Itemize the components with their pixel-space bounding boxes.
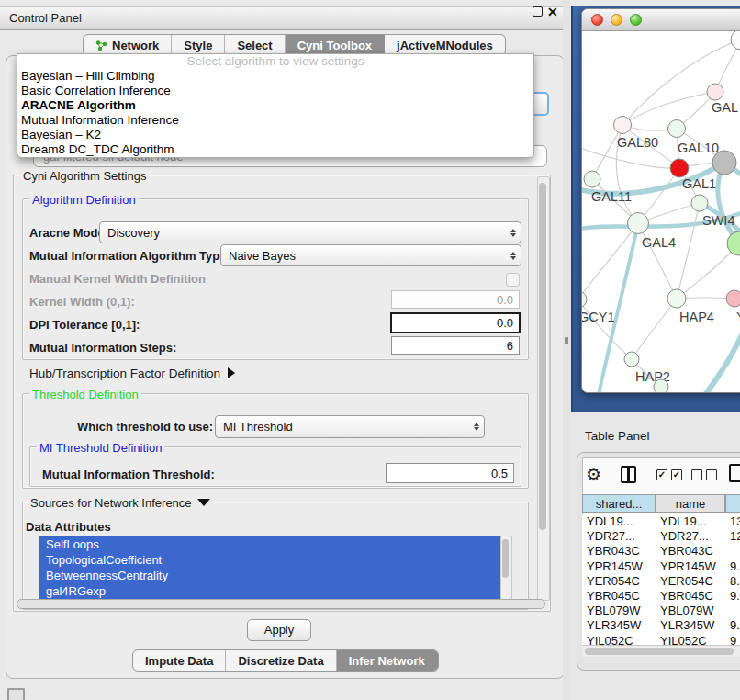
chevron-right-icon [228, 367, 235, 378]
table-row[interactable]: YBR043CYBR043C [582, 543, 740, 558]
network-node[interactable] [712, 151, 736, 175]
column-header-shared[interactable]: shared... [582, 494, 656, 513]
gear-icon[interactable]: ⚙ [586, 464, 601, 485]
mi-steps-field[interactable]: 6 [391, 336, 520, 355]
network-node-gal4[interactable] [628, 213, 649, 234]
node-label-gal: GAL [712, 100, 738, 115]
attribute-item-selfloops[interactable]: SelfLoops [39, 536, 501, 552]
scrollbar-thumb[interactable] [585, 648, 734, 655]
network-node-gal10[interactable] [668, 120, 686, 138]
aracne-mode-select[interactable]: Discovery [99, 221, 521, 243]
network-node-swi4[interactable] [691, 195, 708, 211]
tab-impute-data[interactable]: Impute Data [133, 650, 226, 671]
table-row[interactable]: YBR045CYBR045C9. [582, 588, 740, 603]
network-node-gal11[interactable] [584, 171, 600, 187]
dropdown-item-basic-correlation-inference[interactable]: Basic Correlation Inference [17, 84, 533, 98]
dropdown-item-mutual-information-inference[interactable]: Mutual Information Inference [17, 113, 533, 128]
close-icon[interactable]: ✕ [547, 5, 558, 19]
column-layout-icon[interactable] [621, 466, 636, 483]
tab-infer-network[interactable]: Infer Network [337, 650, 438, 671]
attributes-list-scrollbar[interactable] [500, 536, 512, 600]
kernel-width-field[interactable]: 0.0 [391, 290, 520, 309]
column-header-name[interactable]: name [656, 494, 725, 513]
table-cell: YIL052C [587, 634, 633, 646]
minimize-traffic-light-icon[interactable] [611, 14, 622, 26]
scrollbar-thumb[interactable] [17, 599, 545, 609]
network-node-y[interactable] [726, 290, 740, 307]
network-edge[interactable] [632, 299, 677, 359]
network-node[interactable] [727, 231, 740, 255]
splitter-handle-icon[interactable] [565, 337, 568, 344]
tab-jactivemnodules[interactable]: jActiveMNodules [385, 35, 505, 55]
table-row[interactable]: YBL079WYBL079W [582, 603, 740, 617]
network-window-titlebar[interactable] [582, 9, 740, 31]
tab-discretize-data[interactable]: Discretize Data [226, 650, 336, 671]
aracne-mode-label: Aracne Mode: [29, 226, 108, 240]
table-row[interactable]: YLR345WYLR345W9. [582, 617, 740, 632]
close-traffic-light-icon[interactable] [591, 14, 603, 26]
table-cell: YPR145W [660, 559, 716, 573]
dpi-tolerance-field[interactable]: 0.0 [390, 312, 521, 333]
unchecked-checkbox-icon[interactable] [706, 469, 717, 480]
dropdown-item-aracne-algorithm[interactable]: ARACNE Algorithm [17, 98, 533, 113]
network-node-gal[interactable] [707, 84, 723, 100]
network-edge[interactable] [591, 223, 638, 393]
document-icon[interactable] [729, 464, 740, 482]
manual-kernel-checkbox[interactable] [506, 273, 520, 287]
table-row[interactable]: YDR27...YDR27...12 [582, 528, 740, 543]
scrollbar-thumb[interactable] [502, 539, 509, 578]
table-panel-title: Table Panel [585, 429, 650, 443]
scrollbar-thumb[interactable] [539, 183, 546, 530]
table-row[interactable]: YIL052CYIL052C9 [582, 633, 740, 646]
network-node-gcy1[interactable] [582, 291, 587, 308]
network-edge[interactable] [677, 203, 700, 299]
network-edge[interactable] [669, 327, 740, 393]
mi-threshold-field[interactable]: 0.5 [386, 463, 514, 483]
network-edge[interactable] [622, 92, 715, 125]
table-cell: YBR045C [587, 589, 640, 603]
settings-vertical-scrollbar[interactable] [537, 176, 550, 601]
kernel-width-label: Kernel Width (0,1): [29, 295, 135, 309]
network-edge[interactable] [677, 243, 739, 299]
dock-panel-icon[interactable] [7, 688, 25, 700]
network-node[interactable] [731, 31, 740, 50]
table-horizontal-scrollbar[interactable] [582, 645, 740, 657]
network-edge[interactable] [592, 125, 622, 179]
mi-type-select[interactable]: Naive Bayes [220, 244, 521, 266]
tab-style[interactable]: Style [172, 35, 225, 55]
network-edge[interactable] [718, 163, 739, 243]
which-threshold-select[interactable]: MI Threshold [215, 415, 485, 438]
network-node[interactable] [654, 379, 668, 393]
attribute-item-gal4rgexp[interactable]: gal4RGexp [39, 583, 501, 599]
apply-button[interactable]: Apply [247, 619, 311, 641]
panel-splitter[interactable] [563, 0, 571, 700]
tab-select[interactable]: Select [225, 35, 285, 55]
checked-checkbox-icon[interactable]: ✓ [671, 469, 682, 480]
settings-horizontal-scrollbar[interactable] [15, 598, 547, 610]
attribute-item-betweennesscentrality[interactable]: BetweennessCentrality [39, 568, 501, 583]
tab-network[interactable]: Network [84, 35, 172, 55]
table-row[interactable]: YPR145WYPR145W9. [582, 559, 740, 573]
network-node-hap2[interactable] [624, 352, 639, 367]
checked-checkbox-icon[interactable]: ✓ [656, 469, 667, 480]
attribute-item-topologicalcoefficient[interactable]: TopologicalCoefficient [39, 552, 501, 568]
data-attributes-label: Data Attributes [26, 520, 111, 534]
network-canvas[interactable]: GALGAL80GAL10GAL1GAL11SWI4GAL4GCY1HAP4YH… [582, 31, 740, 393]
dropdown-item-bayesian-hill-climbing[interactable]: Bayesian – Hill Climbing [17, 69, 533, 84]
network-node-gal1[interactable] [670, 159, 689, 177]
table-cell: 9. [730, 618, 740, 632]
hub-definition-toggle[interactable]: Hub/Transcription Factor Definition [29, 367, 235, 380]
network-node-hap4[interactable] [667, 289, 686, 308]
column-header-a[interactable]: A [725, 494, 740, 513]
dropdown-item-bayesian-k2[interactable]: Bayesian – K2 [17, 128, 533, 142]
zoom-traffic-light-icon[interactable] [630, 14, 642, 26]
table-cell: 8. [730, 574, 740, 588]
table-row[interactable]: YER054CYER054C8. [582, 573, 740, 588]
tab-cyni-toolbox[interactable]: Cyni Toolbox [286, 35, 385, 55]
float-window-icon[interactable] [533, 6, 543, 17]
sources-group-title[interactable]: Sources for Network Inference [28, 496, 213, 510]
network-node-gal80[interactable] [614, 117, 632, 134]
table-row[interactable]: YDL19...YDL19...13 [582, 514, 740, 528]
unchecked-checkbox-icon[interactable] [691, 469, 702, 480]
dropdown-item-dream8-dc-tdc-algorithm[interactable]: Dream8 DC_TDC Algorithm [17, 142, 533, 157]
